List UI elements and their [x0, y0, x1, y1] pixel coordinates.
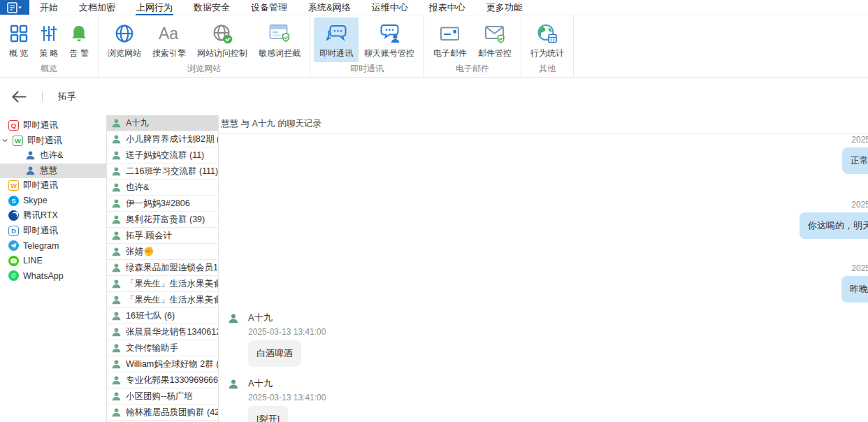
contact-row[interactable]: 张晨晨华龙销售13406127...: [107, 324, 218, 340]
contact-row[interactable]: 文件传输助手: [107, 340, 218, 356]
alert-button[interactable]: 告 警: [64, 17, 94, 62]
sidebar-item-telegram[interactable]: Telegram: [0, 238, 106, 254]
contact-name: 16班七队 (6): [126, 310, 175, 322]
sidebar-item-huihui[interactable]: 慧慧: [0, 163, 106, 179]
contact-row[interactable]: 拓孚.顾会计: [107, 228, 218, 244]
telegram-icon: [8, 240, 19, 251]
contact-person-icon: [111, 295, 122, 305]
person-icon: [25, 150, 36, 161]
message-bubble: 昨晚: [841, 276, 868, 303]
menu-tab[interactable]: 文档加密: [68, 0, 126, 15]
contact-person-icon: [111, 359, 122, 370]
chat-account-control-button[interactable]: 聊天账号管控: [359, 17, 420, 62]
app-menu-button[interactable]: [0, 0, 29, 15]
sidebar-item-dingtalk-im[interactable]: D 即时通讯: [0, 224, 106, 239]
menu-tab-label: 设备管理: [250, 0, 288, 15]
sidebar-item-label: LINE: [23, 256, 43, 265]
menu-tab-label: 开始: [39, 0, 59, 15]
chat-account-control-label: 聊天账号管控: [364, 48, 414, 59]
qq-icon: Q: [8, 120, 19, 131]
contact-name: William妈全球好物 2群 (5...: [126, 358, 218, 370]
arrow-left-icon: [11, 91, 27, 103]
search-engine-button[interactable]: Aa 搜索引擎: [147, 17, 191, 62]
sidebar-item-label: 慧慧: [40, 165, 57, 177]
skype-icon: S: [8, 196, 19, 206]
menu-tab-label: 数据安全: [193, 0, 231, 15]
contact-name: A十九: [126, 117, 149, 129]
wechat-icon: W: [13, 136, 23, 146]
chevron-down-icon[interactable]: [1, 138, 8, 143]
contact-person-icon: [111, 375, 122, 386]
contact-row[interactable]: 小儿脾胃养成计划82期 (120): [107, 131, 218, 147]
sidebar-item-qq-im[interactable]: Q 即时通讯: [0, 118, 106, 133]
menu-tab[interactable]: 开始: [29, 0, 68, 15]
sidebar-item-label: 即时通讯: [23, 225, 58, 237]
sidebar-item-whatsapp[interactable]: ✆ WhatsApp: [0, 268, 106, 284]
contact-name: 翰林雅居品质团购群 (420): [126, 407, 218, 419]
sidebar-item-label: 也许&: [40, 150, 63, 161]
email-button[interactable]: 电子邮件: [428, 17, 472, 62]
contact-name: 奥利花开富贵群 (39): [126, 214, 205, 226]
contact-row[interactable]: 二16班学习交流群 (111): [107, 163, 218, 180]
contact-row[interactable]: 送子妈妈交流群 (11): [107, 147, 218, 163]
policy-label: 策 略: [39, 48, 58, 59]
chat-messages[interactable]: 2025 正常 2025 你这喝的，明天 2025 昨晚 A十九 2025-03…: [219, 133, 868, 422]
contact-person-icon: [111, 150, 122, 161]
contact-row[interactable]: 翰林雅居品质团购群 (420): [107, 405, 218, 421]
email-control-label: 邮件管控: [478, 48, 512, 59]
message-bubble: 白酒啤酒: [248, 340, 301, 367]
contact-row[interactable]: 张婧✊: [107, 244, 218, 260]
aa-text-icon: Aa: [157, 21, 181, 46]
site-access-control-button[interactable]: 网站访问控制: [191, 17, 253, 62]
ribbon-group-other: 行为统计 其他: [521, 15, 574, 77]
grid-icon: [10, 21, 28, 46]
alert-label: 告 警: [70, 48, 89, 59]
contact-row[interactable]: 伊一妈妈3#2806: [107, 196, 218, 212]
contact-person-icon: [111, 182, 122, 193]
contact-name: 专业化郭果13309696668: [126, 374, 218, 386]
contact-row[interactable]: 小区团购--杨广培: [107, 388, 218, 405]
message-in: A十九 2025-03-13 13:41:00 [裂开]: [219, 378, 868, 422]
contact-row[interactable]: William妈全球好物 2群 (5...: [107, 356, 218, 372]
sender-avatar-icon: [228, 379, 239, 390]
menu-tab[interactable]: 设备管理: [240, 0, 298, 15]
contact-row[interactable]: 16班七队 (6): [107, 308, 218, 324]
contact-name: 小区团购--杨广培: [126, 391, 193, 402]
message-out: 你这喝的，明天: [219, 212, 868, 239]
menu-tab[interactable]: 运维中心: [361, 0, 419, 15]
message-timestamp: 2025: [219, 135, 868, 145]
chat-record-title: 慧慧 与 A十九 的聊天记录: [219, 115, 868, 133]
contact-name: 拓孚.顾会计: [126, 230, 172, 242]
menu-tab[interactable]: 上网行为: [126, 0, 183, 15]
browse-site-label: 浏览网站: [108, 48, 141, 59]
dingtalk-icon: D: [8, 226, 19, 236]
sidebar-item-wecom-im[interactable]: W 即时通讯: [0, 178, 106, 194]
im-button[interactable]: 即时通讯: [314, 17, 359, 62]
menu-tab[interactable]: 系统&网络: [298, 0, 361, 15]
sidebar-item-line[interactable]: ··· LINE: [0, 254, 106, 269]
sidebar-item-yexu[interactable]: 也许&: [0, 148, 106, 163]
email-control-button[interactable]: 邮件管控: [472, 17, 517, 62]
contact-row[interactable]: A十九: [107, 115, 218, 131]
behavior-stats-button[interactable]: 行为统计: [525, 17, 570, 62]
menu-tab[interactable]: 报表中心: [419, 0, 476, 15]
sidebar-item-wechat-im[interactable]: W 即时通讯: [0, 133, 106, 149]
overview-button[interactable]: 概 览: [3, 17, 34, 62]
contact-row[interactable]: 专业化郭果13309696668: [107, 372, 218, 388]
menu-tab[interactable]: 数据安全: [183, 0, 240, 15]
message-timestamp: 2025-03-13 13:41:00: [248, 393, 326, 402]
policy-button[interactable]: 策 略: [34, 17, 64, 62]
contact-row[interactable]: 绿森果品加盟连锁会员13...: [107, 260, 218, 276]
contact-row[interactable]: 也许&: [107, 180, 218, 196]
contact-row[interactable]: 奥利花开富贵群 (39): [107, 212, 218, 228]
sensitive-word-block-button[interactable]: 敏感词拦截: [253, 17, 306, 62]
contact-row[interactable]: 「果先生」生活水果美食3...: [107, 292, 218, 308]
menu-tab[interactable]: 更多功能: [476, 0, 533, 15]
browse-site-button[interactable]: 浏览网站: [102, 17, 147, 62]
back-button[interactable]: [11, 91, 27, 103]
sidebar-item-label: 即时通讯: [27, 135, 62, 147]
contact-row[interactable]: 「果先生」生活水果美食3...: [107, 276, 218, 292]
contact-person-icon: [111, 214, 122, 225]
sidebar-item-skype[interactable]: S Skype: [0, 194, 106, 209]
sidebar-item-tencent-rtx[interactable]: 腾讯RTX: [0, 208, 106, 224]
